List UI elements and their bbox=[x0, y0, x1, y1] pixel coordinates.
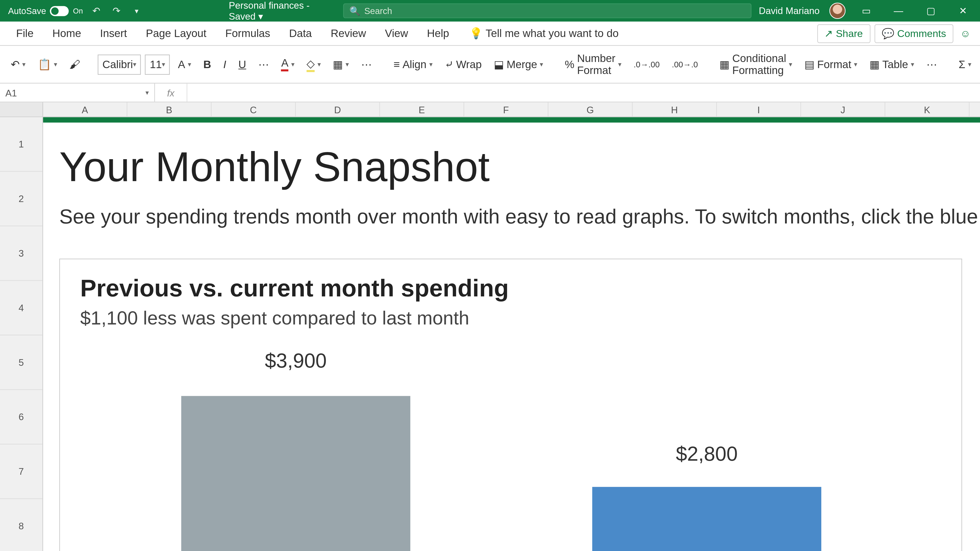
row-header-6[interactable]: 6 bbox=[0, 390, 42, 445]
menu-formulas[interactable]: Formulas bbox=[216, 23, 280, 43]
decrease-decimal-icon[interactable]: .00→.0 bbox=[668, 54, 702, 75]
col-header-A[interactable]: A bbox=[43, 102, 127, 116]
accent-bar bbox=[43, 117, 980, 122]
close-icon[interactable]: ✕ bbox=[952, 0, 975, 21]
minimize-icon[interactable]: — bbox=[887, 0, 910, 21]
number-format-button[interactable]: % Number Format▾ bbox=[561, 54, 625, 75]
row-header-5[interactable]: 5 bbox=[0, 335, 42, 390]
ribbon: ↶▾ 📋▾ 🖌 Calibri▾ 11▾ A▾ B I U ⋯ A▾ ◇▾ ▦▾… bbox=[0, 46, 980, 84]
column-headers: ABCDEFGHIJKLMNOPQRSTUVWX bbox=[0, 102, 980, 117]
share-icon: ↗ bbox=[824, 27, 833, 40]
autosave-label: AutoSave bbox=[8, 6, 46, 16]
borders-icon[interactable]: ▦▾ bbox=[329, 54, 353, 75]
bulb-icon: 💡 bbox=[469, 27, 483, 39]
share-label: Share bbox=[836, 27, 863, 39]
font-size-stepper-icon[interactable]: A▾ bbox=[174, 54, 195, 75]
fx-icon[interactable]: fx bbox=[155, 83, 187, 102]
font-size-combo[interactable]: 11▾ bbox=[145, 54, 170, 75]
col-header-L[interactable]: L bbox=[969, 102, 980, 116]
card-prev-vs-current: Previous vs. current month spending $1,1… bbox=[59, 259, 962, 551]
increase-decimal-icon[interactable]: .0→.00 bbox=[630, 54, 664, 75]
col-header-C[interactable]: C bbox=[212, 102, 296, 116]
user-name[interactable]: David Mariano bbox=[759, 5, 819, 16]
row-header-4[interactable]: 4 bbox=[0, 281, 42, 335]
bar-value-april: $3,900 bbox=[181, 349, 410, 372]
conditional-formatting-button[interactable]: ▦ Conditional Formatting▾ bbox=[715, 54, 796, 75]
more-font-icon[interactable]: ⋯ bbox=[254, 54, 273, 75]
menu-data[interactable]: Data bbox=[280, 23, 321, 43]
emoji-button[interactable]: ☺ bbox=[958, 24, 974, 43]
paste-icon[interactable]: 📋▾ bbox=[34, 54, 61, 75]
menu-bar: FileHomeInsertPage LayoutFormulasDataRev… bbox=[0, 21, 980, 46]
menu-file[interactable]: File bbox=[6, 23, 43, 43]
more-styles-icon[interactable]: ⋯ bbox=[922, 54, 941, 75]
col-header-G[interactable]: G bbox=[549, 102, 633, 116]
menu-home[interactable]: Home bbox=[43, 23, 91, 43]
format-button[interactable]: ▤ Format▾ bbox=[800, 54, 861, 75]
tell-me[interactable]: 💡 Tell me what you want to do bbox=[460, 23, 628, 44]
comments-button[interactable]: 💬Comments bbox=[874, 24, 953, 43]
col-header-J[interactable]: J bbox=[801, 102, 885, 116]
format-label: Format bbox=[817, 58, 851, 70]
formula-input[interactable] bbox=[187, 83, 980, 102]
redo-icon[interactable]: ↷ bbox=[110, 4, 123, 17]
share-button[interactable]: ↗Share bbox=[817, 24, 870, 43]
document-title[interactable]: Personal finances - Saved ▾ bbox=[229, 0, 330, 21]
row-header-3[interactable]: 3 bbox=[0, 226, 42, 281]
wrap-button[interactable]: ⤶ Wrap bbox=[441, 54, 486, 75]
avatar[interactable] bbox=[829, 3, 845, 19]
numfmt-label: Number Format bbox=[577, 52, 615, 76]
more-icon[interactable]: ⋯ bbox=[357, 54, 376, 75]
autosum-icon[interactable]: Σ▾ bbox=[955, 54, 975, 75]
col-header-D[interactable]: D bbox=[296, 102, 380, 116]
table-button[interactable]: ▦ Table▾ bbox=[865, 54, 918, 75]
col-header-H[interactable]: H bbox=[633, 102, 717, 116]
row-header-8[interactable]: 8 bbox=[0, 499, 42, 551]
font-name-value: Calibri bbox=[102, 58, 133, 70]
autosave-toggle[interactable]: AutoSave On bbox=[8, 6, 83, 16]
comments-label: Comments bbox=[897, 27, 946, 39]
font-color-icon[interactable]: A▾ bbox=[277, 54, 299, 75]
menu-page-layout[interactable]: Page Layout bbox=[137, 23, 216, 43]
format-painter-icon[interactable]: 🖌 bbox=[65, 54, 84, 75]
worksheet[interactable]: Your Monthly Snapshot See your spending … bbox=[43, 117, 980, 551]
font-size-value: 11 bbox=[150, 58, 162, 70]
menu-help[interactable]: Help bbox=[417, 23, 458, 43]
col-header-I[interactable]: I bbox=[717, 102, 801, 116]
col-header-B[interactable]: B bbox=[127, 102, 212, 116]
fill-color-icon[interactable]: ◇▾ bbox=[303, 54, 325, 75]
row-header-7[interactable]: 7 bbox=[0, 445, 42, 499]
undo-icon[interactable]: ↶ bbox=[89, 4, 103, 17]
col-header-K[interactable]: K bbox=[885, 102, 969, 116]
undo-split-icon[interactable]: ↶▾ bbox=[6, 54, 30, 75]
qat-dropdown-icon[interactable]: ▾ bbox=[130, 4, 144, 17]
row-header-1[interactable]: 1 bbox=[0, 117, 42, 171]
merge-button[interactable]: ⬓ Merge▾ bbox=[490, 54, 547, 75]
ribbon-mode-icon[interactable]: ▭ bbox=[855, 0, 878, 21]
toggle-icon[interactable] bbox=[50, 6, 69, 16]
name-box[interactable]: A1▾ bbox=[0, 83, 155, 102]
bar-may bbox=[592, 487, 821, 551]
menu-insert[interactable]: Insert bbox=[91, 23, 137, 43]
search-box[interactable]: 🔍 Search bbox=[344, 3, 751, 18]
underline-icon[interactable]: U bbox=[234, 54, 250, 75]
font-name-combo[interactable]: Calibri▾ bbox=[98, 54, 141, 75]
name-box-value: A1 bbox=[5, 87, 17, 98]
table-label: Table bbox=[882, 58, 908, 70]
col-header-F[interactable]: F bbox=[464, 102, 549, 116]
align-button[interactable]: ≡ Align▾ bbox=[390, 54, 437, 75]
menu-review[interactable]: Review bbox=[321, 23, 375, 43]
italic-icon[interactable]: I bbox=[219, 54, 230, 75]
search-icon: 🔍 bbox=[349, 6, 360, 16]
row-header-2[interactable]: 2 bbox=[0, 171, 42, 226]
bold-icon[interactable]: B bbox=[199, 54, 215, 75]
maximize-icon[interactable]: ▢ bbox=[919, 0, 942, 21]
card1-subtitle: $1,100 less was spent compared to last m… bbox=[80, 308, 941, 329]
menu-view[interactable]: View bbox=[375, 23, 417, 43]
wrap-label: Wrap bbox=[456, 58, 482, 70]
autosave-state: On bbox=[73, 6, 83, 15]
col-header-E[interactable]: E bbox=[380, 102, 464, 116]
title-bar: AutoSave On ↶ ↷ ▾ Personal finances - Sa… bbox=[0, 0, 980, 21]
formula-bar: A1▾ fx bbox=[0, 83, 980, 102]
select-all-cell[interactable] bbox=[0, 102, 43, 116]
